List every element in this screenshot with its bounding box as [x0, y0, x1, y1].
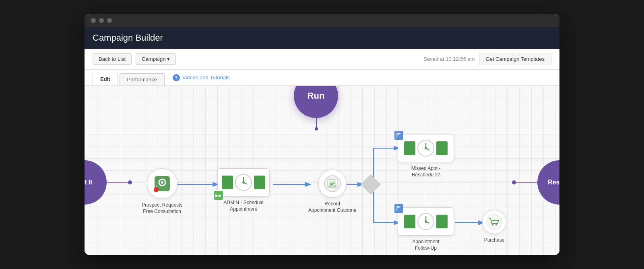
title-bar: [85, 14, 559, 27]
prospect-label: Prospect RequestsFree Consultation: [142, 202, 182, 215]
record-label: RecordAppointment Outcome: [308, 201, 356, 213]
traffic-light-1: [91, 18, 96, 23]
green-rect-right: [254, 176, 265, 189]
svg-point-34: [492, 224, 493, 226]
missed-green-rect-right: [436, 141, 448, 155]
svg-point-6: [161, 181, 163, 184]
followup-clock-icon: [417, 213, 435, 230]
flag-icon: [396, 132, 402, 138]
svg-point-13: [242, 181, 245, 184]
followup-green-rect-left: [404, 215, 415, 228]
purchase-icon: [486, 214, 502, 230]
run-dot: [315, 127, 318, 130]
admin-schedule-label: ADMIN - ScheduleAppointment: [223, 200, 263, 212]
purchase-node[interactable]: Purchase: [482, 210, 506, 244]
svg-point-7: [154, 187, 159, 192]
purchase-label: Purchase: [484, 237, 505, 244]
set-it-line: [107, 182, 131, 183]
tab-performance[interactable]: Performance: [120, 73, 165, 85]
missed-flag-badge: [394, 131, 403, 140]
record-node[interactable]: RecordAppointment Outcome: [308, 170, 356, 213]
results-line: [513, 182, 537, 183]
svg-point-33: [487, 214, 502, 230]
back-to-list-button[interactable]: Back to List: [93, 53, 132, 65]
dropdown-arrow-icon: ▾: [167, 56, 170, 62]
svg-point-35: [495, 224, 497, 226]
record-icon: [324, 175, 341, 192]
run-button[interactable]: Run: [294, 86, 338, 118]
campaign-label: Campaign: [142, 56, 165, 62]
fast-forward-badge: ▶▶: [214, 191, 223, 200]
svg-rect-24: [328, 185, 336, 187]
help-label: Videos and Tutorials: [182, 74, 230, 81]
app-header: Campaign Builder: [85, 27, 559, 49]
followup-flag-badge: [394, 204, 403, 213]
svg-point-28: [425, 147, 427, 149]
missed-appt-node[interactable]: Missed Appt -Reschedule?: [398, 134, 454, 178]
appt-followup-label: AppointmentFollow-Up: [412, 239, 439, 251]
main-window: Campaign Builder Back to List Campaign ▾…: [85, 14, 559, 255]
traffic-light-2: [99, 18, 104, 23]
app-title: Campaign Builder: [93, 33, 163, 43]
flag-icon-2: [396, 206, 402, 211]
admin-schedule-node[interactable]: ▶▶ ADMIN - ScheduleAppointment: [217, 168, 270, 212]
decision-diamond[interactable]: [363, 177, 378, 192]
help-icon: ?: [173, 74, 180, 81]
prospect-icon: [152, 174, 172, 194]
svg-point-32: [425, 220, 427, 223]
clock-icon: [235, 174, 252, 191]
results-button[interactable]: Results: [537, 160, 559, 205]
saved-status: Saved at 10:12:55 am: [423, 56, 475, 62]
prospect-node[interactable]: Prospect RequestsFree Consultation: [142, 168, 182, 215]
set-it-button[interactable]: Set It: [85, 160, 107, 205]
green-rect-left: [222, 176, 233, 189]
help-link[interactable]: ? Videos and Tutorials: [173, 74, 230, 85]
tabs-bar: Edit Performance ? Videos and Tutorials: [85, 70, 559, 86]
missed-clock-icon: [417, 139, 435, 157]
set-it-dot: [128, 180, 132, 184]
traffic-light-3: [107, 18, 112, 23]
missed-appt-label: Missed Appt -Reschedule?: [411, 166, 441, 178]
canvas-area: Run Set It Results: [85, 86, 559, 255]
appt-followup-node[interactable]: AppointmentFollow-Up: [398, 207, 454, 251]
toolbar: Back to List Campaign ▾ Saved at 10:12:5…: [85, 49, 559, 70]
missed-green-rect-left: [404, 141, 415, 155]
get-campaign-templates-button[interactable]: Get Campaign Templates: [479, 53, 551, 65]
tab-edit[interactable]: Edit: [93, 73, 118, 85]
campaign-dropdown-button[interactable]: Campaign ▾: [136, 53, 176, 65]
results-dot: [512, 180, 516, 184]
followup-green-rect-right: [436, 215, 448, 228]
